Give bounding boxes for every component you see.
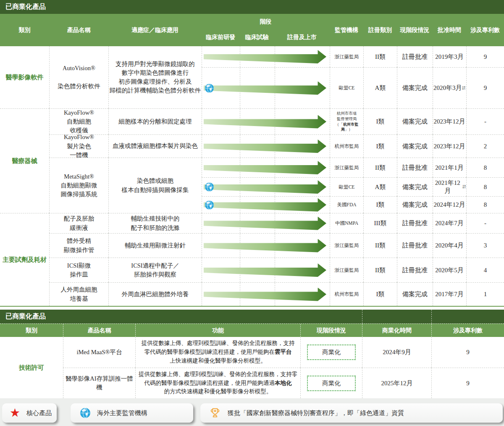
reg-class-cell: III類 [363,213,397,233]
regulator-cell: 浙江藥監局 [330,46,363,67]
regulator-cell: 歐盟CE [330,67,363,108]
regulator-cell: 美國FDA [330,196,363,213]
approval-time-cell: 2020年5月 [433,258,466,282]
commercialization-time-cell: 2024年9月 [362,337,431,368]
legend-green-channel: 獲批「國家創新醫療器械特別審查程序」，即「綠色通道」資質 [200,403,503,423]
table1-header: 類別 產品名稱 適應症／臨床應用 階段 臨床前研發 臨床試驗 註冊及上市 監管機… [0,14,504,46]
progress-arrow [204,180,326,194]
globe-icon [205,182,214,192]
progress-arrow [204,50,326,63]
progress-arrow [204,198,326,212]
regulator-cell: 中國NMPA [330,213,363,233]
regulator-cell: 杭州市市場 監督管理局 （「杭州市監局」） [330,108,363,134]
legend-label: 獲批「國家創新醫療器械特別審查程序」，即「綠色通道」資質 [228,409,404,417]
globe-icon [205,83,214,93]
product-pb-culture-medium: 人外周血細胞 培養基 [49,282,108,306]
reg-class-cell: II類 [363,46,397,67]
progress-arrow [204,217,326,230]
col-stage-group: 階段 臨床前研發 臨床試驗 註冊及上市 [202,14,330,46]
progress-arrow [204,82,326,95]
patents-cell: 8 [466,158,504,177]
col-status: 現階段情況 [300,324,362,337]
table2-body: 技術許可 iMed MaaS®平台 提供從數據上傳、處理到模型訓練、發佈的全流程… [0,337,504,398]
reg-class-cell: A類 [363,177,397,196]
patents-cell: 9 [431,368,504,398]
col-stage-clinical: 臨床試驗 [239,34,274,41]
col-patents: 涉及專利數 [431,324,504,337]
stage-arrow-row4 [202,134,330,158]
table2-header: 類別 產品名稱 功能 現階段情況 商業化時間 涉及專利數 [0,323,504,337]
col-regulator: 監管機構 [330,14,363,46]
category-reagents-consumables: 主要試劑及耗材 [0,213,49,306]
patents-cell: 4 [466,258,504,282]
globe-icon [205,200,214,210]
regulator-cell: 杭州市監局 [330,282,363,306]
legend-core-product: ★ 核心產品 [2,403,57,423]
status-badge: 商業化 [307,376,356,391]
status-cell: 備案完成 [397,108,433,134]
progress-arrow [204,288,326,301]
product-ai-appliance: 醫學影像AI存算訓推一體機 [63,368,135,398]
patents-cell: 9 [466,46,504,67]
status-cell: 備案完成 [397,177,433,196]
trophy-icon [209,407,221,419]
legend-label: 海外主要監管機構 [97,409,147,417]
reg-class-cell: I類 [363,134,397,158]
reg-class-cell: II類 [363,158,397,177]
globe-icon [80,408,91,418]
reg-class-cell: A類 [363,67,397,108]
status-cell: 商業化 [300,368,362,398]
table1-title-bar: 已商業化產品 [0,0,504,14]
patents-cell: 8 [466,196,504,213]
regulator-cell: 杭州市監局 [330,134,363,158]
indication-metasight: 染色體或細胞 樣本自動掃描與圖像採集 [108,158,202,213]
product-metasight: MetaSight® 自動細胞顯微 圖像掃描系統 [49,158,108,213]
col-stage-preclinical: 臨床前研發 [202,34,239,41]
approval-time-cell: 2024年7月 [433,213,466,233]
status-cell: 註冊批准 [397,213,433,233]
status-cell: 備案完成 [397,196,433,213]
legend-label: 核心產品 [26,409,52,417]
category-technology-licensing: 技術許可 [0,337,63,398]
col-approval-time: 批准時間 [433,14,466,46]
col-reg-class: 註冊類別 [363,14,397,46]
patents-cell: 1 [466,282,504,306]
col-commercialization-time: 商業化時間 [362,324,431,337]
approval-time-cell: 2021年1月 [433,158,466,177]
col-category: 類別 [0,324,63,337]
table1-title: 已商業化產品 [5,3,46,11]
regulator-cell: 歐盟CE [330,177,363,196]
patents-cell: 3 [466,233,504,258]
approval-time-cell: 2017年7月 [433,282,466,306]
stage-arrow-row2 [202,67,330,108]
stage-arrow-row9 [202,233,330,258]
divider [431,310,432,323]
table1-body: 醫學影像軟件 醫療器械 主要試劑及耗材 AutoVision® 染色體分析軟件 … [0,46,504,307]
legend: ★ 核心產品 海外主要監管機構 獲批「國家創新醫療器械特別審查程序」，即「綠色通… [0,398,504,426]
product-gamete-buffer: 配子及胚胎 緩衝液 [49,213,108,233]
reg-class-cell: I類 [363,282,397,306]
col-indication: 適應症／臨床應用 [108,14,202,46]
col-stage-registration: 註冊及上市 [274,34,330,41]
approval-time-cell: 2020年4月 [433,233,466,258]
stage-arrow-row8 [202,213,330,233]
progress-arrow [204,139,326,153]
regulator-cell: 浙江藥監局 [330,233,363,258]
product-imed-maas: iMed MaaS®平台 [63,337,135,368]
indication-pb-culture-medium: 外周血淋巴細胞體外培養 [108,282,202,306]
indication-kayoflow-harvester: 細胞樣本的分離和固定處理 [108,108,202,134]
status-cell: 註冊批准 [397,258,433,282]
progress-arrow [204,239,326,252]
stage-arrow-row5 [202,158,330,177]
status-cell: 備案完成 [397,134,433,158]
status-cell: 商業化 [300,337,362,368]
category-medical-devices: 醫療器械 [0,108,49,213]
commercialized-products-figure: 已商業化產品 類別 產品名稱 適應症／臨床應用 階段 臨床前研發 臨床試驗 註冊… [0,0,504,426]
product-autovision: AutoVision® 染色體分析軟件 [49,46,108,108]
indication-gamete-buffer: 輔助生殖技術中的 配子和胚胎的洗滌 [108,213,202,233]
patents-cell: - [466,213,504,233]
status-cell: 註冊批准 [397,46,433,67]
product-icsi-dish: ICSI顯微 操作皿 [49,258,108,282]
col-status: 現階段情況 [397,14,433,46]
col-function: 功能 [135,324,300,337]
